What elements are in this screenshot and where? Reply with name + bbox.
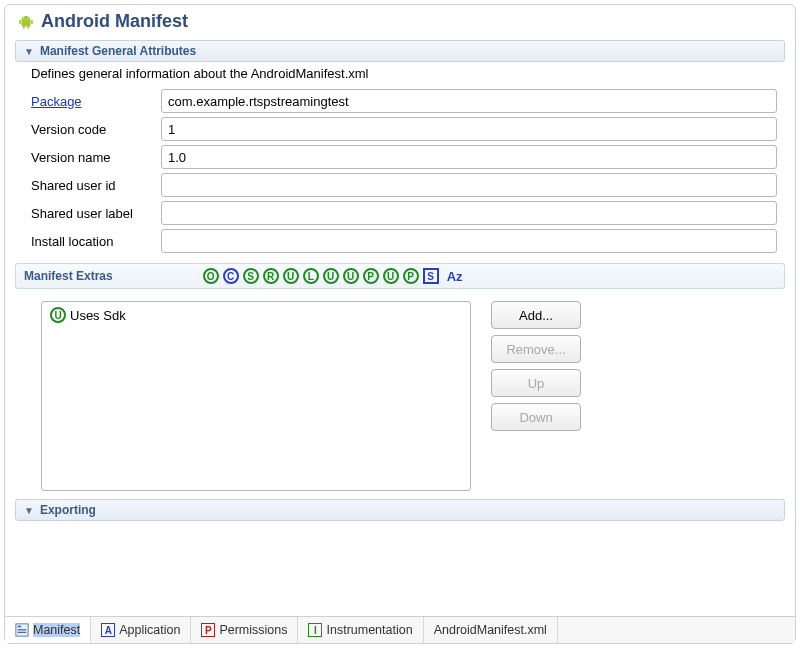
tab-manifest[interactable]: Manifest <box>5 617 91 643</box>
extras-type-icon[interactable]: O <box>203 268 219 284</box>
permissions-icon: P <box>201 623 215 637</box>
field-row-install-location: Install location <box>31 229 777 253</box>
tab-label: Instrumentation <box>326 623 412 637</box>
extras-type-icon[interactable]: L <box>303 268 319 284</box>
tab-instrumentation[interactable]: IInstrumentation <box>298 617 423 643</box>
list-item[interactable]: UUses Sdk <box>48 306 464 324</box>
input-shared-user-id[interactable] <box>161 173 777 197</box>
application-icon: A <box>101 623 115 637</box>
remove-button[interactable]: Remove... <box>491 335 581 363</box>
tab-label: AndroidManifest.xml <box>434 623 547 637</box>
field-row-version-code: Version code <box>31 117 777 141</box>
extras-toolbar: OCSRULUUPUPSAz <box>203 268 463 284</box>
sort-az-icon[interactable]: Az <box>447 269 463 284</box>
tab-xml[interactable]: AndroidManifest.xml <box>424 617 558 643</box>
input-package[interactable] <box>161 89 777 113</box>
tab-label: Manifest <box>33 623 80 637</box>
label-version-code: Version code <box>31 122 161 137</box>
extras-type-icon[interactable]: S <box>243 268 259 284</box>
extras-type-icon[interactable]: U <box>323 268 339 284</box>
svg-rect-9 <box>18 629 27 630</box>
section-header-extras: Manifest Extras OCSRULUUPUPSAz <box>15 263 785 289</box>
editor-title: Android Manifest <box>41 11 188 32</box>
section-body-extras: UUses Sdk Add... Remove... Up Down <box>41 301 777 491</box>
section-body-general: Defines general information about the An… <box>31 66 777 253</box>
section-header-exporting[interactable]: ▼ Exporting <box>15 499 785 521</box>
extras-type-icon[interactable]: U <box>283 268 299 284</box>
twisty-icon: ▼ <box>24 505 34 516</box>
extras-type-icon[interactable]: U <box>343 268 359 284</box>
label-shared-user-label: Shared user label <box>31 206 161 221</box>
input-install-location[interactable] <box>161 229 777 253</box>
instrumentation-icon: I <box>308 623 322 637</box>
label-version-name: Version name <box>31 150 161 165</box>
section-header-general[interactable]: ▼ Manifest General Attributes <box>15 40 785 62</box>
tab-label: Application <box>119 623 180 637</box>
field-row-package: Package <box>31 89 777 113</box>
svg-rect-2 <box>31 19 33 24</box>
section-title-general: Manifest General Attributes <box>40 44 196 58</box>
tab-application[interactable]: AApplication <box>91 617 191 643</box>
add-button[interactable]: Add... <box>491 301 581 329</box>
label-install-location: Install location <box>31 234 161 249</box>
tab-permissions[interactable]: PPermissions <box>191 617 298 643</box>
section-title-extras: Manifest Extras <box>24 269 113 283</box>
svg-rect-1 <box>19 19 21 24</box>
svg-rect-0 <box>22 19 31 26</box>
editor-tabs: ManifestAApplicationPPermissionsIInstrum… <box>5 616 795 643</box>
svg-rect-10 <box>18 632 27 633</box>
list-item-label: Uses Sdk <box>70 308 126 323</box>
svg-rect-3 <box>23 25 25 28</box>
extras-type-icon[interactable]: U <box>383 268 399 284</box>
twisty-icon: ▼ <box>24 46 34 57</box>
extras-buttons: Add... Remove... Up Down <box>491 301 581 491</box>
android-icon <box>17 13 35 31</box>
field-row-version-name: Version name <box>31 145 777 169</box>
down-button[interactable]: Down <box>491 403 581 431</box>
svg-rect-8 <box>18 626 22 628</box>
extras-type-icon[interactable]: R <box>263 268 279 284</box>
label-shared-user-id: Shared user id <box>31 178 161 193</box>
svg-rect-4 <box>27 25 29 28</box>
input-version-name[interactable] <box>161 145 777 169</box>
input-shared-user-label[interactable] <box>161 201 777 225</box>
svg-point-5 <box>23 17 24 18</box>
section-title-exporting: Exporting <box>40 503 96 517</box>
extras-list[interactable]: UUses Sdk <box>41 301 471 491</box>
svg-point-6 <box>28 17 29 18</box>
form-icon <box>15 623 29 637</box>
extras-type-icon[interactable]: P <box>403 268 419 284</box>
general-description: Defines general information about the An… <box>31 66 777 81</box>
field-row-shared-user-id: Shared user id <box>31 173 777 197</box>
field-row-shared-user-label: Shared user label <box>31 201 777 225</box>
input-version-code[interactable] <box>161 117 777 141</box>
extras-type-icon[interactable]: P <box>363 268 379 284</box>
editor-title-row: Android Manifest <box>5 5 795 36</box>
extras-type-icon[interactable]: S <box>423 268 439 284</box>
extras-type-icon[interactable]: C <box>223 268 239 284</box>
tab-label: Permissions <box>219 623 287 637</box>
manifest-editor: Android Manifest ▼ Manifest General Attr… <box>4 4 796 644</box>
label-package[interactable]: Package <box>31 94 161 109</box>
uses-sdk-icon: U <box>50 307 66 323</box>
up-button[interactable]: Up <box>491 369 581 397</box>
